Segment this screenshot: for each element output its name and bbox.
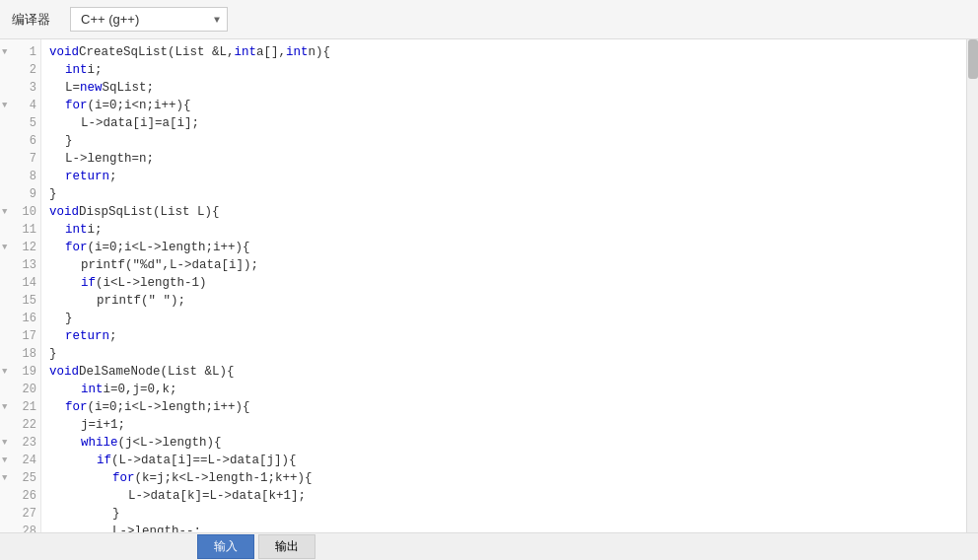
line-number-1: ▼1 (0, 43, 40, 61)
code-line: L=new SqList; (49, 79, 958, 97)
line-number-17: 17 (0, 327, 40, 345)
line-number-21: ▼21 (0, 398, 40, 416)
fold-icon[interactable]: ▼ (2, 243, 7, 252)
line-number-3: 3 (0, 79, 40, 97)
code-line: } (49, 185, 958, 203)
code-line: L->length=n; (49, 150, 958, 168)
code-line: void DelSameNode(List &L){ (49, 363, 958, 381)
line-number-8: 8 (0, 168, 40, 185)
code-line: for(i=0;i<L->length;i++){ (49, 239, 958, 256)
toolbar: 编译器 C++ (g++) C (gcc) Java Python 3 Java… (0, 0, 978, 39)
line-number-5: 5 (0, 114, 40, 132)
code-editor[interactable]: void CreateSqList(List &L,int a[],int n)… (41, 39, 966, 560)
language-select[interactable]: C++ (g++) C (gcc) Java Python 3 JavaScri… (70, 7, 228, 32)
code-line: void CreateSqList(List &L,int a[],int n)… (49, 43, 958, 61)
line-number-6: 6 (0, 132, 40, 150)
tab-output[interactable]: 输出 (258, 534, 315, 559)
line-number-27: 27 (0, 505, 40, 523)
code-line: void DispSqList(List L){ (49, 203, 958, 221)
code-line: printf(" "); (49, 292, 958, 310)
fold-icon[interactable]: ▼ (2, 402, 7, 412)
bottom-bar: 输入 输出 (0, 532, 978, 560)
line-number-19: ▼19 (0, 363, 40, 381)
code-line: return; (49, 168, 958, 185)
code-line: } (49, 132, 958, 150)
line-number-24: ▼24 (0, 452, 40, 469)
code-line: for(i=0;i<n;i++){ (49, 97, 958, 114)
code-line: L->data[k]=L->data[k+1]; (49, 487, 958, 505)
code-line: for(i=0;i<L->length;i++){ (49, 398, 958, 416)
line-number-25: ▼25 (0, 469, 40, 487)
fold-icon[interactable]: ▼ (2, 455, 7, 465)
fold-icon[interactable]: ▼ (2, 438, 7, 448)
code-line: printf("%d",L->data[i]); (49, 256, 958, 274)
line-number-4: ▼4 (0, 97, 40, 114)
code-line: int i; (49, 221, 958, 239)
line-number-10: ▼10 (0, 203, 40, 221)
line-number-13: 13 (0, 256, 40, 274)
line-number-9: 9 (0, 185, 40, 203)
line-number-23: ▼23 (0, 434, 40, 452)
line-number-11: 11 (0, 221, 40, 239)
line-number-26: 26 (0, 487, 40, 505)
code-line: L->data[i]=a[i]; (49, 114, 958, 132)
code-line: if(L->data[i]==L->data[j]){ (49, 452, 958, 469)
line-numbers: ▼123▼456789▼1011▼12131415161718▼1920▼212… (0, 39, 41, 560)
code-line: while(j<L->length){ (49, 434, 958, 452)
vertical-scrollbar[interactable] (966, 39, 978, 560)
scrollbar-thumb[interactable] (968, 39, 978, 79)
code-line: int i; (49, 61, 958, 79)
line-number-20: 20 (0, 381, 40, 398)
compiler-label: 编译器 (12, 11, 50, 29)
line-number-22: 22 (0, 416, 40, 434)
code-line: int i=0,j=0,k; (49, 381, 958, 398)
fold-icon[interactable]: ▼ (2, 367, 7, 377)
code-line: j=i+1; (49, 416, 958, 434)
line-number-18: 18 (0, 345, 40, 363)
line-number-2: 2 (0, 61, 40, 79)
tab-input[interactable]: 输入 (197, 534, 254, 559)
fold-icon[interactable]: ▼ (2, 47, 7, 57)
line-number-16: 16 (0, 310, 40, 327)
code-line: } (49, 505, 958, 523)
code-line: } (49, 345, 958, 363)
code-line: } (49, 310, 958, 327)
line-number-15: 15 (0, 292, 40, 310)
fold-icon[interactable]: ▼ (2, 101, 7, 110)
code-line: if(i<L->length-1) (49, 274, 958, 292)
language-selector[interactable]: C++ (g++) C (gcc) Java Python 3 JavaScri… (70, 7, 228, 32)
code-line: return; (49, 327, 958, 345)
code-line: for(k=j;k<L->length-1;k++){ (49, 469, 958, 487)
line-number-14: 14 (0, 274, 40, 292)
fold-icon[interactable]: ▼ (2, 207, 7, 217)
line-number-12: ▼12 (0, 239, 40, 256)
fold-icon[interactable]: ▼ (2, 473, 7, 483)
line-number-7: 7 (0, 150, 40, 168)
